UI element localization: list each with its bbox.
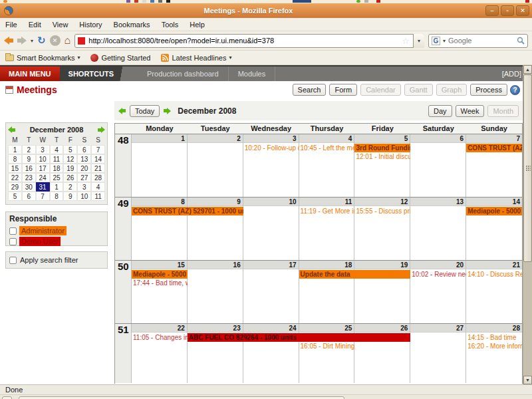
- mini-calendar-day[interactable]: 15: [8, 164, 22, 173]
- mini-calendar-day[interactable]: 4: [91, 182, 105, 192]
- calendar-event[interactable]: 16:05 - Dirt Mining Lt: [299, 342, 355, 350]
- mini-calendar-day[interactable]: 2: [63, 182, 77, 192]
- calendar-event[interactable]: ABC FUEL CO 829264 - 1000 units: [188, 333, 410, 342]
- mini-calendar-day[interactable]: 9: [63, 192, 77, 201]
- reload-icon[interactable]: ↻: [37, 35, 46, 47]
- mini-calendar-day[interactable]: 28: [91, 173, 105, 182]
- mini-calendar-day[interactable]: 3: [36, 145, 50, 154]
- calendar-view-day[interactable]: Day: [428, 105, 452, 117]
- main-menu-tab[interactable]: MAIN MENU: [0, 66, 60, 81]
- calendar-event[interactable]: 16:20 - More informa: [466, 342, 522, 350]
- mini-calendar-day[interactable]: 25: [50, 173, 64, 182]
- mini-calendar-day[interactable]: 22: [8, 173, 22, 182]
- help-icon[interactable]: ?: [510, 85, 520, 95]
- appmenu-item-modules[interactable]: Modules: [229, 66, 276, 81]
- view-button-process[interactable]: Process: [470, 84, 507, 96]
- mini-calendar-day[interactable]: 9: [22, 154, 36, 164]
- calendar-event[interactable]: 14:10 - Discuss Revie: [466, 270, 522, 279]
- calendar-event[interactable]: 12:01 - Initial discussi: [354, 152, 410, 161]
- mini-calendar-day[interactable]: 11: [50, 154, 64, 164]
- mini-calendar-day[interactable]: 11: [91, 192, 105, 201]
- mini-calendar-day[interactable]: 6: [22, 192, 36, 201]
- next-month-icon[interactable]: [98, 126, 105, 133]
- calendar-event[interactable]: 11:05 - Changes in D: [132, 333, 188, 342]
- calendar-event[interactable]: CONS TRUST (AZ) 5: [466, 144, 522, 152]
- calendar-view-week[interactable]: Week: [456, 105, 485, 117]
- calendar-event[interactable]: 11:19 - Get More info: [299, 207, 355, 215]
- home-icon[interactable]: ⌂: [65, 35, 71, 47]
- calendar-event[interactable]: 10:45 - Left the mes: [299, 144, 355, 152]
- mini-calendar-day[interactable]: 7: [91, 145, 105, 154]
- mini-calendar-day[interactable]: 8: [8, 154, 22, 164]
- menu-edit[interactable]: Edit: [29, 21, 41, 29]
- responsible-checkbox[interactable]: [9, 227, 17, 235]
- bookmark-getting-started[interactable]: Getting Started: [90, 54, 150, 62]
- mini-calendar-day[interactable]: 12: [63, 154, 77, 164]
- today-button[interactable]: Today: [130, 105, 160, 117]
- search-bar[interactable]: G ▾: [428, 34, 528, 48]
- calendar-event[interactable]: CONS TRUST (AZ) 529701 - 1000 units: [132, 207, 243, 215]
- stop-icon[interactable]: ✕: [50, 35, 61, 46]
- vertical-scrollbar[interactable]: ▲ ▼: [523, 65, 532, 384]
- menu-help[interactable]: Help: [190, 21, 205, 29]
- bookmark-latest-headlines[interactable]: Latest Headlines ▾: [161, 54, 231, 62]
- next-period-icon[interactable]: [164, 108, 171, 114]
- mini-calendar-day[interactable]: 20: [77, 164, 91, 173]
- url-bar[interactable]: ☆ ▾: [74, 34, 424, 48]
- mini-calendar-day[interactable]: 17: [36, 164, 50, 173]
- magnifier-icon[interactable]: [517, 37, 525, 45]
- mini-calendar-day[interactable]: 18: [50, 164, 64, 173]
- mini-calendar-day[interactable]: 26: [63, 173, 77, 182]
- maximize-button[interactable]: [501, 5, 514, 16]
- google-engine-icon[interactable]: G: [432, 37, 440, 45]
- url-input[interactable]: [88, 37, 398, 45]
- forward-button[interactable]: [17, 37, 27, 45]
- bookmark-star-icon[interactable]: ☆: [402, 36, 410, 46]
- mini-calendar-day[interactable]: 10: [77, 192, 91, 201]
- mini-calendar-day[interactable]: 6: [77, 145, 91, 154]
- mini-calendar-day[interactable]: 4: [50, 145, 64, 154]
- menu-file[interactable]: File: [5, 21, 17, 29]
- menu-tools[interactable]: Tools: [162, 21, 179, 29]
- mini-calendar-day[interactable]: 21: [91, 164, 105, 173]
- back-button[interactable]: [4, 37, 13, 45]
- mini-calendar-day[interactable]: 19: [63, 164, 77, 173]
- url-dropdown-button[interactable]: ▾: [413, 34, 424, 48]
- mini-calendar-day[interactable]: 30: [22, 182, 36, 192]
- mini-calendar-day[interactable]: 1: [8, 145, 22, 154]
- mini-calendar-day[interactable]: 3: [77, 182, 91, 192]
- close-button[interactable]: [516, 5, 529, 16]
- shortcuts-tab[interactable]: SHORTCUTS: [60, 66, 138, 81]
- calendar-event[interactable]: 14:15 - Bad time: [466, 333, 522, 342]
- menu-history[interactable]: History: [79, 21, 102, 29]
- calendar-event[interactable]: 15:55 - Discuss pricin: [354, 207, 410, 215]
- history-dropdown-icon[interactable]: ▾: [31, 38, 33, 44]
- mini-calendar-day[interactable]: 2: [22, 145, 36, 154]
- mini-calendar-day[interactable]: 10: [36, 154, 50, 164]
- mini-calendar-day[interactable]: 16: [22, 164, 36, 173]
- mini-calendar-day[interactable]: 13: [77, 154, 91, 164]
- search-input[interactable]: [448, 37, 514, 45]
- calendar-event[interactable]: 17:44 - Bad time, will: [132, 279, 188, 287]
- mini-calendar-day[interactable]: 27: [77, 173, 91, 182]
- calendar-event[interactable]: 3rd Round Funding -: [354, 144, 410, 152]
- view-button-search[interactable]: Search: [293, 84, 327, 96]
- mini-calendar-day[interactable]: 8: [50, 192, 64, 201]
- responsible-checkbox[interactable]: [9, 238, 17, 245]
- minimize-button[interactable]: [485, 5, 499, 16]
- menu-bookmarks[interactable]: Bookmarks: [114, 21, 150, 29]
- scroll-up-icon[interactable]: ▲: [523, 65, 532, 74]
- appmenu-item-production-dashboard[interactable]: Production dashboard: [138, 66, 229, 81]
- view-button-form[interactable]: Form: [329, 84, 357, 96]
- calendar-event[interactable]: Mediapole - 5000 uni: [466, 207, 522, 215]
- mini-calendar-day[interactable]: 29: [8, 182, 22, 192]
- menu-view[interactable]: View: [53, 21, 68, 29]
- mini-calendar-day[interactable]: 24: [36, 173, 50, 182]
- mini-calendar-day-selected[interactable]: 31: [36, 182, 50, 192]
- calendar-event[interactable]: 10:02 - Review needs: [410, 270, 466, 279]
- prev-period-icon[interactable]: [118, 108, 126, 114]
- calendar-event[interactable]: Update the data: [299, 270, 411, 279]
- bookmark-smart-bookmarks[interactable]: Smart Bookmarks ▾: [5, 54, 80, 62]
- scroll-down-icon[interactable]: ▼: [523, 376, 532, 384]
- mini-calendar-day[interactable]: 5: [63, 145, 77, 154]
